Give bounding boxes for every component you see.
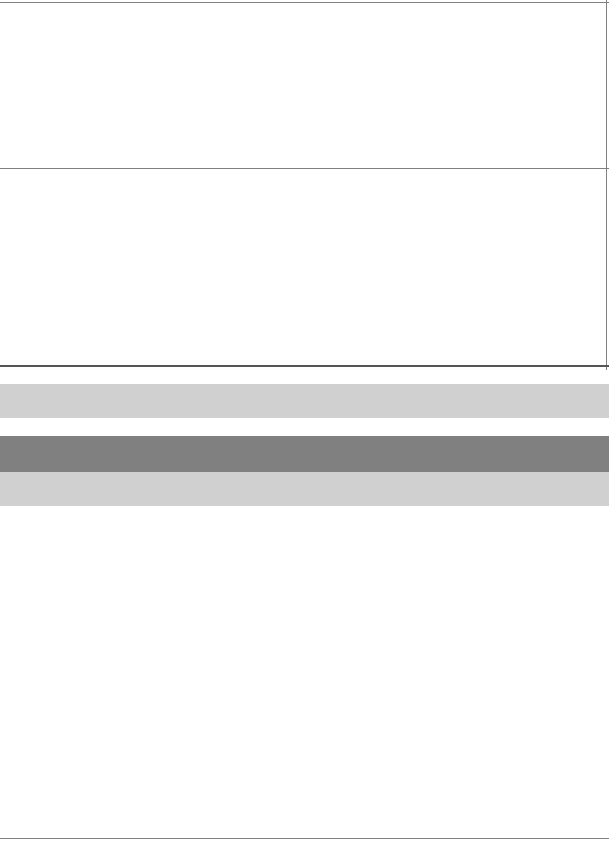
row-band-dark (0, 436, 609, 472)
row-band-light-2 (0, 472, 609, 506)
divider-section (0, 365, 609, 367)
divider-bottom (0, 838, 609, 839)
divider-top (0, 2, 609, 3)
divider-right (606, 0, 607, 370)
divider-upper (0, 168, 609, 169)
row-band-light-1 (0, 384, 609, 418)
